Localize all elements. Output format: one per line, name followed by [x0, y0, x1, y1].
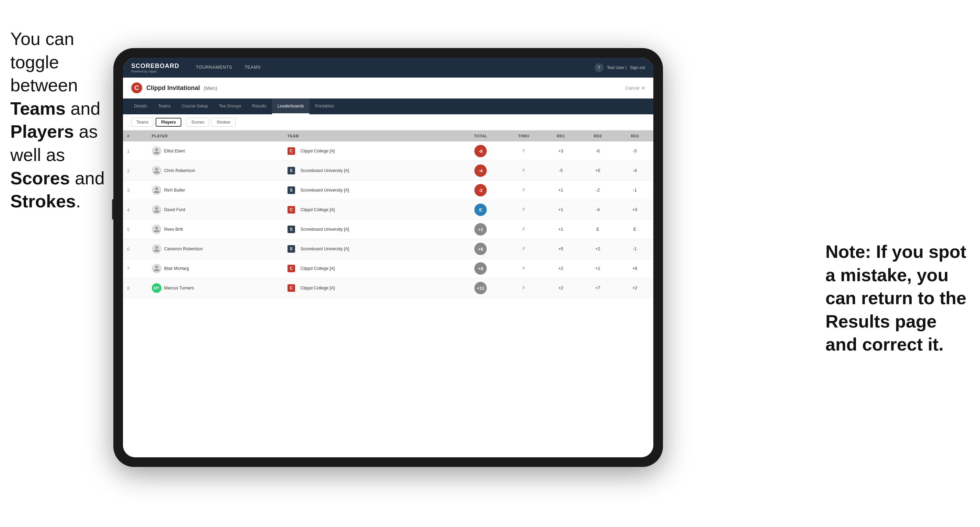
cell-total: +11	[456, 278, 505, 298]
tab-teams[interactable]: Teams	[153, 98, 176, 114]
cell-rd2: +1	[579, 259, 617, 278]
col-header-total: TOTAL	[456, 130, 505, 141]
cell-thru: F	[505, 259, 542, 278]
cell-rd1: +1	[542, 181, 579, 200]
cell-rd3: +2	[616, 278, 653, 298]
nav-signout[interactable]: Sign out	[630, 65, 645, 70]
cell-total: E	[456, 200, 505, 220]
tab-printables[interactable]: Printables	[310, 98, 340, 114]
table-row: 8 MT Marcus Turners C Clippd College [A]…	[123, 278, 653, 298]
cell-player: Rees Britt	[148, 220, 283, 239]
leaderboard-table-container: # PLAYER TEAM TOTAL THRU RD1 RD2 RD3 1 E…	[123, 130, 653, 457]
left-annotation: You can toggle between Teams and Players…	[10, 27, 127, 213]
cell-total: +1	[456, 220, 505, 239]
table-row: 1 Elliot Ebert C Clippd College [A] -8 F…	[123, 141, 653, 161]
cell-num: 6	[123, 239, 148, 259]
cell-rd3: -1	[616, 181, 653, 200]
cancel-button[interactable]: Cancel ✕	[625, 86, 645, 90]
cell-player: David Ford	[148, 200, 283, 220]
table-row: 5 Rees Britt S Scoreboard University [A]…	[123, 220, 653, 239]
tablet-screen: SCOREBOARD Powered by clippd TOURNAMENTS…	[123, 58, 653, 457]
table-header: # PLAYER TEAM TOTAL THRU RD1 RD2 RD3	[123, 130, 653, 141]
cell-total: -8	[456, 141, 505, 161]
cell-rd2: -2	[579, 181, 617, 200]
cell-thru: F	[505, 278, 542, 298]
cell-thru: F	[505, 161, 542, 181]
col-header-team: TEAM	[283, 130, 456, 141]
toggle-scores-button[interactable]: Scores	[186, 118, 209, 127]
tournament-title-area: C Clippd Invitational (Men)	[131, 83, 217, 94]
cell-num: 3	[123, 181, 148, 200]
cell-rd1: +3	[542, 141, 579, 161]
cell-total: -2	[456, 181, 505, 200]
cell-num: 5	[123, 220, 148, 239]
tab-tee-groups[interactable]: Tee Groups	[213, 98, 247, 114]
tab-leaderboards[interactable]: Leaderboards	[272, 98, 310, 114]
right-annotation: Note: If you spot a mistake, you can ret…	[826, 240, 970, 356]
cell-team: C Clippd College [A]	[283, 200, 456, 220]
table-row: 4 David Ford C Clippd College [A] E F +1…	[123, 200, 653, 220]
cell-team: C Clippd College [A]	[283, 278, 456, 298]
toggle-players-button[interactable]: Players	[156, 118, 181, 127]
cell-rd3: +3	[616, 200, 653, 220]
cell-num: 2	[123, 161, 148, 181]
sub-nav: Details Teams Course Setup Tee Groups Re…	[123, 98, 653, 114]
cell-player: Rich Butler	[148, 181, 283, 200]
tournament-name: Clippd Invitational (Men)	[146, 84, 217, 92]
toggle-strokes-button[interactable]: Strokes	[211, 118, 235, 127]
col-header-rd1: RD1	[542, 130, 579, 141]
col-header-rd2: RD2	[579, 130, 617, 141]
cell-thru: F	[505, 220, 542, 239]
toggle-teams-button[interactable]: Teams	[131, 118, 154, 127]
tab-results[interactable]: Results	[247, 98, 272, 114]
cell-team: S Scoreboard University [A]	[283, 239, 456, 259]
cell-player: Blair McHarg	[148, 259, 283, 278]
nav-avatar: T	[595, 63, 603, 72]
cell-team: S Scoreboard University [A]	[283, 220, 456, 239]
cancel-icon: ✕	[641, 86, 645, 90]
cell-total: -4	[456, 161, 505, 181]
col-header-thru: THRU	[505, 130, 542, 141]
cell-rd2: -4	[579, 200, 617, 220]
cell-team: C Clippd College [A]	[283, 141, 456, 161]
nav-tournaments[interactable]: TOURNAMENTS	[189, 58, 239, 78]
cell-num: 7	[123, 259, 148, 278]
logo-area: SCOREBOARD Powered by clippd	[131, 62, 179, 73]
leaderboard-table: # PLAYER TEAM TOTAL THRU RD1 RD2 RD3 1 E…	[123, 130, 653, 298]
cell-rd3: E	[616, 220, 653, 239]
cell-rd3: -4	[616, 161, 653, 181]
cell-rd2: +5	[579, 161, 617, 181]
table-row: 3 Rich Butler S Scoreboard University [A…	[123, 181, 653, 200]
col-header-rd3: RD3	[616, 130, 653, 141]
table-row: 2 Chris Robertson S Scoreboard Universit…	[123, 161, 653, 181]
cell-rd2: E	[579, 220, 617, 239]
cell-num: 4	[123, 200, 148, 220]
nav-user: Test User |	[607, 65, 627, 70]
cell-num: 1	[123, 141, 148, 161]
cell-team: S Scoreboard University [A]	[283, 181, 456, 200]
cell-team: S Scoreboard University [A]	[283, 161, 456, 181]
cell-rd1: +1	[542, 200, 579, 220]
table-row: 7 Blair McHarg C Clippd College [A] +9 F…	[123, 259, 653, 278]
cell-player: Elliot Ebert	[148, 141, 283, 161]
tab-course-setup[interactable]: Course Setup	[176, 98, 213, 114]
cell-rd2: -6	[579, 141, 617, 161]
tournament-header: C Clippd Invitational (Men) Cancel ✕	[123, 78, 653, 98]
cell-rd1: -5	[542, 161, 579, 181]
col-header-player: PLAYER	[148, 130, 283, 141]
cell-rd3: -5	[616, 141, 653, 161]
cell-thru: F	[505, 181, 542, 200]
table-row: 6 Cameron Robertson S Scoreboard Univers…	[123, 239, 653, 259]
cell-team: C Clippd College [A]	[283, 259, 456, 278]
col-header-num: #	[123, 130, 148, 141]
tab-details[interactable]: Details	[129, 98, 153, 114]
cell-rd1: +2	[542, 259, 579, 278]
navbar: SCOREBOARD Powered by clippd TOURNAMENTS…	[123, 58, 653, 78]
cell-rd1: +1	[542, 220, 579, 239]
cell-rd2: +2	[579, 239, 617, 259]
cell-thru: F	[505, 200, 542, 220]
cell-total: +9	[456, 259, 505, 278]
cell-total: +6	[456, 239, 505, 259]
nav-right: T Test User | Sign out	[595, 63, 645, 72]
nav-teams[interactable]: TEAMS	[239, 58, 267, 78]
